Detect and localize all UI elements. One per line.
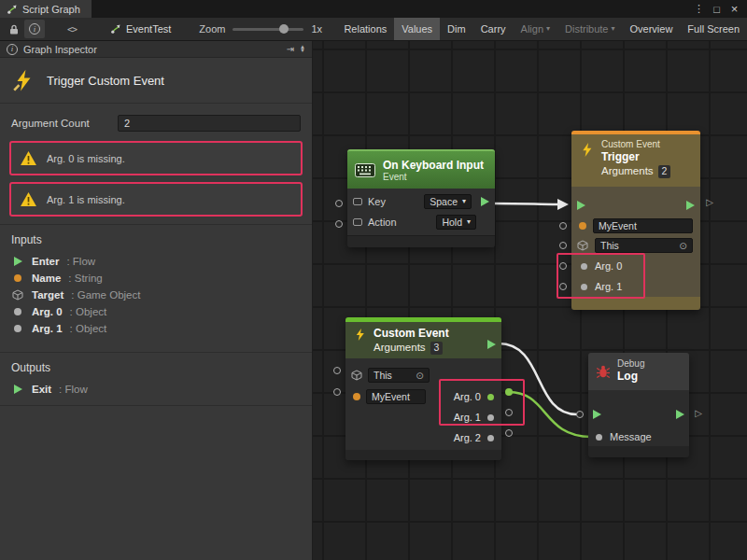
node-title: Log [617,369,644,384]
flow-port-icon [14,385,22,394]
flow-port[interactable] [576,411,584,418]
kebab-menu-icon[interactable]: ⋮ [692,3,706,15]
node-header: Debug Log [588,353,689,390]
value-port-connected[interactable] [505,388,513,396]
object-port-icon [14,325,21,332]
value-port[interactable] [505,409,513,416]
flow-out-port[interactable] [487,340,496,349]
target-row: This ⊙ [571,237,700,254]
arguments-count-badge: 3 [430,342,444,355]
flow-in-port[interactable] [577,201,585,210]
warning-icon [20,150,37,166]
graph-canvas[interactable]: On Keyboard Input Event Key Space ▾ Acti… [313,41,747,560]
node-body: Message [588,390,689,446]
value-port[interactable] [333,367,341,374]
outputs-label: Outputs [0,361,312,381]
gameobject-cube-icon [12,289,23,301]
arguments-count-badge: 2 [658,165,671,178]
maximize-icon[interactable]: □ [710,4,724,15]
node-trigger-custom-event[interactable]: Custom Event Trigger Arguments 2 MyEvent [571,131,700,310]
node-on-keyboard-input[interactable]: On Keyboard Input Event Key Space ▾ Acti… [347,149,495,247]
action-dropdown[interactable]: Hold ▾ [436,215,476,230]
object-picker-icon[interactable]: ⊙ [416,370,424,381]
panel-menu-icon[interactable]: ▲▼ [300,46,305,52]
zoom-slider-handle[interactable] [279,24,289,34]
code-preview-button[interactable]: <> [62,20,82,38]
chevron-down-icon: ▾ [467,218,471,226]
distribute-button[interactable]: Distribute ▾ [557,18,622,40]
chevron-down-icon: ▾ [546,25,550,33]
graph-toolbar: i <> EventTest Zoom 1x Relations Values … [0,18,747,41]
target-field[interactable]: This ⊙ [595,238,693,253]
dock-icon[interactable]: ⇥ [287,44,294,54]
relations-button[interactable]: Relations [336,18,394,40]
lock-button[interactable] [4,20,24,38]
object-picker-icon[interactable]: ⊙ [679,240,687,251]
inspector-node-title-label: Trigger Custom Event [47,74,164,88]
close-icon[interactable]: × [727,2,741,16]
value-port[interactable] [559,283,567,290]
inspector-toggle-button[interactable]: i [24,20,45,38]
object-port-icon[interactable] [581,263,587,270]
overview-button[interactable]: Overview [623,18,681,40]
input-row-arg1: Arg. 1 : Object [0,320,312,337]
argument-count-row: Argument Count 2 [0,104,312,141]
inspector-header: i Graph Inspector ⇥ ▲▼ [0,41,312,58]
value-port[interactable] [505,429,513,437]
value-port[interactable] [559,222,567,230]
value-out-port-icon[interactable] [487,394,494,400]
align-button[interactable]: Align ▾ [514,18,557,40]
info-icon: i [7,44,18,55]
tab-bar: Script Graph ⋮ □ × [0,0,747,18]
chevron-down-icon: ▾ [612,25,615,33]
value-port[interactable] [559,262,567,270]
flow-in-port[interactable] [593,410,601,419]
flow-port-icon [14,257,22,266]
warning-icon [20,191,37,207]
warning-text: Arg. 0 is missing. [47,153,125,164]
string-port-icon[interactable] [579,222,586,230]
node-footer [347,235,495,247]
key-dropdown[interactable]: Space ▾ [424,194,472,209]
graph-out-marker: ▷ [695,409,702,418]
value-out-port-icon[interactable] [487,414,494,421]
node-body: MyEvent This ⊙ Arg. 0 Arg. 1 [571,187,700,297]
script-graph-icon [7,4,18,15]
full-screen-button[interactable]: Full Screen [680,18,747,40]
object-port-icon[interactable] [581,284,587,290]
carry-button[interactable]: Carry [473,18,514,40]
target-field[interactable]: This ⊙ [368,368,430,383]
value-in-port-icon[interactable] [596,434,602,441]
node-debug-log[interactable]: Debug Log Message ▷ [588,353,689,457]
event-name-field[interactable]: MyEvent [593,218,693,233]
value-port[interactable] [335,220,343,228]
node-custom-event[interactable]: Custom Event Arguments 3 This ⊙ [345,317,501,460]
breadcrumb-graph-name[interactable]: EventTest [110,23,171,35]
flow-out-port[interactable] [686,201,695,210]
argument-count-field[interactable]: 2 [118,115,301,132]
arg1-row: Arg. 1 [571,278,700,295]
arg2-row: Arg. 2 [345,429,501,446]
node-arguments: Arguments 3 [374,341,449,355]
value-port[interactable] [559,242,567,249]
values-button[interactable]: Values [394,18,440,40]
zoom-value: 1x [311,23,322,35]
bug-icon [596,364,611,379]
tab-script-graph[interactable]: Script Graph [0,0,92,18]
value-out-port-icon[interactable] [487,435,494,441]
code-icon: <> [67,24,77,35]
gameobject-cube-icon [577,240,588,251]
dim-button[interactable]: Dim [440,18,473,40]
zoom-slider[interactable] [233,28,303,31]
node-subtitle: Event [383,172,484,182]
warning-arg0-missing: Arg. 0 is missing. [9,141,303,175]
flow-out-port[interactable] [481,197,489,206]
action-row: Action Hold ▾ [353,212,489,232]
value-port[interactable] [335,200,343,207]
key-row: Key Space ▾ [353,191,489,212]
message-label: Message [610,431,652,442]
node-category: Debug [617,358,644,369]
value-port[interactable] [333,388,341,396]
input-row-enter: Enter : Flow [0,253,312,270]
flow-out-port[interactable] [676,410,684,419]
